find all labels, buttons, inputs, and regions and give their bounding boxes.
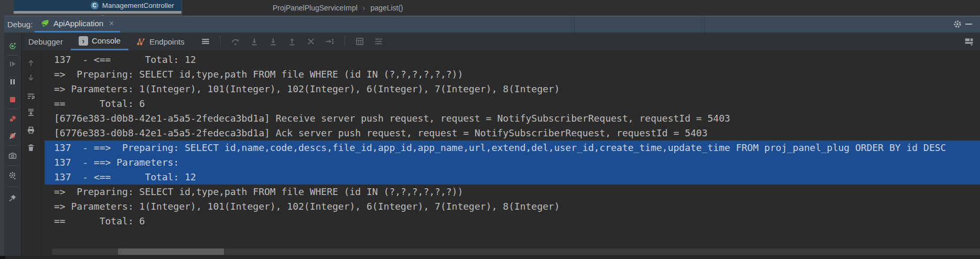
clear-all-button[interactable]	[27, 144, 35, 152]
print-button[interactable]	[27, 126, 35, 134]
editor-tab-management-controller[interactable]: C ManagementController	[14, 0, 181, 11]
menu-icon[interactable]	[201, 37, 210, 46]
console-line[interactable]: => Parameters: 1(Integer), 101(Integer),…	[45, 199, 980, 214]
up-stack-icon	[27, 59, 35, 67]
close-icon[interactable]: ×	[109, 19, 114, 28]
run-to-cursor-icon[interactable]	[325, 37, 335, 46]
endpoints-icon	[136, 37, 146, 46]
pause-icon	[8, 78, 17, 86]
session-tab-label: ApiApplication	[53, 19, 103, 28]
view-tabs-row: Debugger › Console Endpoints	[21, 33, 980, 50]
console-line[interactable]: [6776e383-d0b8-42e1-a5a5-2fedeca3bd1a] A…	[45, 126, 980, 141]
editor-tabs-area: C ManagementController C ProjectControll…	[0, 0, 182, 16]
view-breakpoints-button[interactable]	[8, 115, 17, 123]
settings-gear-button[interactable]	[953, 19, 962, 29]
console-output[interactable]: 137 - <== Total: 12=> Preparing: SELECT …	[41, 50, 980, 259]
hide-window-button[interactable]	[965, 19, 975, 29]
tab-console[interactable]: › Console	[71, 33, 128, 50]
horizontal-scrollbar-thumb[interactable]	[118, 249, 224, 255]
rerun-icon	[8, 42, 17, 50]
force-step-into-icon[interactable]	[268, 37, 278, 46]
debug-header: Debug: ApiApplication ×	[4, 16, 980, 33]
bottom-edge-strip	[0, 256, 980, 259]
console-actions-toolbar	[21, 50, 40, 259]
scroll-to-end-button[interactable]	[27, 108, 35, 116]
step-out-icon[interactable]	[287, 37, 297, 46]
console-lines: 137 - <== Total: 12=> Preparing: SELECT …	[45, 52, 980, 229]
step-into-icon[interactable]	[250, 37, 259, 46]
step-over-icon[interactable]	[231, 37, 240, 46]
pin-tab-button[interactable]	[8, 194, 17, 202]
debug-label: Debug:	[7, 16, 33, 33]
resume-button[interactable]	[8, 60, 17, 68]
scroll-to-end-icon	[27, 108, 35, 116]
bottom-corner	[0, 256, 5, 259]
up-stack-button[interactable]	[27, 59, 35, 67]
toolbar-separator	[220, 36, 221, 47]
chevron-right-icon: ›	[363, 4, 365, 12]
header-separator	[704, 16, 705, 33]
console-line[interactable]: == Total: 6	[45, 96, 980, 111]
down-stack-icon	[27, 73, 35, 82]
thread-dump-camera-icon	[8, 152, 17, 160]
mute-breakpoints-button[interactable]	[8, 132, 17, 140]
tab-endpoints-label: Endpoints	[149, 37, 185, 46]
console-line[interactable]: 137 - ==> Parameters:	[45, 155, 980, 170]
drop-frame-icon[interactable]	[306, 37, 316, 46]
layout-settings-icon[interactable]	[964, 37, 974, 46]
settings-gear-icon	[8, 171, 17, 180]
stop-icon	[8, 95, 17, 104]
hide-window-icon	[965, 24, 972, 25]
soft-wrap-icon	[27, 92, 35, 101]
console-line[interactable]: => Preparing: SELECT id,type,path FROM f…	[45, 185, 980, 199]
breadcrumb-item-class[interactable]: ProjPanelPlugServiceImpl	[273, 4, 358, 12]
session-tab-apiapplication[interactable]: ApiApplication ×	[35, 16, 120, 33]
console-line[interactable]: 137 - <== Total: 12	[45, 170, 980, 185]
class-icon: C	[91, 2, 99, 9]
pin-icon	[8, 194, 17, 202]
console-line[interactable]: 137 - <== Total: 12	[45, 52, 980, 67]
editor-tab-label: ManagementController	[102, 2, 174, 9]
debug-tool-window: C ManagementController C ProjectControll…	[0, 0, 980, 259]
breadcrumb-item-method[interactable]: pageList()	[371, 4, 403, 12]
view-breakpoints-icon	[8, 115, 17, 123]
debugger-settings-button[interactable]	[8, 171, 17, 180]
evaluate-expression-icon[interactable]	[355, 37, 364, 46]
tab-debugger[interactable]: Debugger	[21, 33, 71, 50]
stop-button[interactable]	[8, 95, 17, 104]
console-line[interactable]: == Total: 6	[45, 214, 980, 229]
tab-debugger-label: Debugger	[28, 37, 63, 46]
thread-dump-button[interactable]	[8, 152, 17, 160]
rerun-button[interactable]	[8, 42, 17, 50]
horizontal-scrollbar[interactable]	[52, 249, 980, 255]
toolbar-separator	[344, 36, 345, 47]
console-line[interactable]: [6776e383-d0b8-42e1-a5a5-2fedeca3bd1a] R…	[45, 111, 980, 126]
soft-wrap-button[interactable]	[27, 92, 35, 101]
print-icon	[27, 126, 35, 134]
settings-gear-icon	[953, 19, 962, 29]
tab-endpoints[interactable]: Endpoints	[128, 33, 192, 50]
debug-actions-toolbar	[4, 33, 21, 259]
pause-button[interactable]	[8, 78, 17, 86]
tab-console-label: Console	[92, 36, 121, 45]
editor-top-strip: C ManagementController C ProjectControll…	[0, 0, 980, 16]
clear-all-icon	[27, 144, 35, 152]
resume-icon	[8, 60, 17, 68]
console-line[interactable]: => Preparing: SELECT id,type,path FROM f…	[45, 67, 980, 82]
console-icon: ›	[79, 36, 88, 46]
breadcrumb: ProjPanelPlugServiceImpl › pageList()	[182, 0, 980, 16]
tool-window-stripe: 2: Favorites	[0, 16, 4, 259]
console-line[interactable]: => Parameters: 1(Integer), 101(Integer),…	[45, 82, 980, 96]
mute-breakpoints-icon	[8, 132, 17, 140]
stream-trace-icon[interactable]	[374, 37, 383, 46]
console-line[interactable]: 137 - ==> Preparing: SELECT id,name,code…	[45, 141, 980, 155]
down-stack-button[interactable]	[27, 73, 35, 82]
header-separator	[574, 16, 575, 33]
spring-boot-run-icon	[41, 19, 50, 28]
